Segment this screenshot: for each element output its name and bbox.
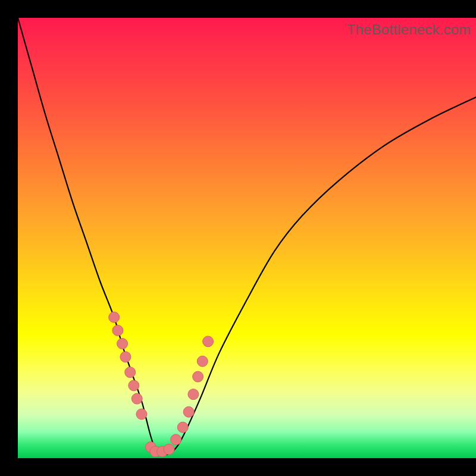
curve-marker <box>120 352 131 362</box>
chart-frame: TheBottleneck.com <box>0 0 476 476</box>
curve-marker <box>197 356 208 367</box>
curve-marker <box>112 325 123 336</box>
curve-marker <box>136 409 147 419</box>
curve-marker <box>183 406 194 417</box>
plot-area: TheBottleneck.com <box>18 18 476 458</box>
curve-marker <box>131 393 142 404</box>
curve-marker <box>109 312 120 322</box>
marker-group <box>109 312 214 457</box>
curve-marker <box>177 422 188 433</box>
curve-marker <box>164 444 174 455</box>
bottleneck-curve-path <box>18 18 476 455</box>
curve-marker <box>129 380 139 391</box>
curve-marker <box>188 389 199 400</box>
curve-marker <box>125 367 136 378</box>
curve-svg <box>18 18 476 458</box>
curve-marker <box>203 336 214 347</box>
curve-marker <box>171 434 181 445</box>
curve-marker <box>193 371 203 382</box>
curve-marker <box>117 339 128 349</box>
